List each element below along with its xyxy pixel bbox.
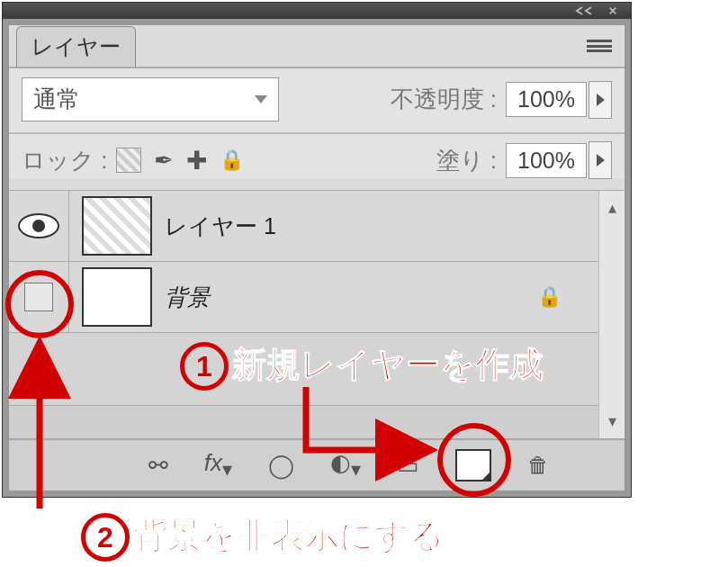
lock-label: ロック : — [22, 145, 107, 176]
link-layers-icon[interactable]: ⚯ — [148, 452, 168, 480]
opacity-value[interactable]: 100% — [506, 82, 587, 117]
scroll-down-icon[interactable]: ▾ — [608, 411, 616, 431]
blend-mode-select[interactable]: 通常 — [22, 77, 279, 122]
lock-indicator-icon: 🔒 — [537, 285, 562, 309]
panel-titlebar — [3, 3, 631, 19]
layer-mask-icon[interactable]: ◯ — [268, 452, 294, 480]
visibility-toggle[interactable] — [9, 191, 69, 261]
collapse-icon[interactable] — [575, 6, 597, 15]
layer-row[interactable]: 背景 🔒 — [9, 262, 625, 333]
scroll-up-icon[interactable]: ▴ — [608, 198, 616, 218]
annotation-1: 1新規レイヤーを作成 — [180, 342, 544, 391]
tab-layers[interactable]: レイヤー — [16, 26, 136, 67]
layers-panel: レイヤー 通常 不透明度 : 100% ロック : — [2, 2, 632, 498]
scrollbar[interactable]: ▴ ▾ — [598, 191, 625, 438]
tabs-row: レイヤー — [9, 25, 625, 67]
close-icon[interactable] — [602, 6, 624, 15]
annotation-circle — [437, 423, 511, 497]
layer-name[interactable]: 背景 — [165, 283, 210, 312]
layer-fx-icon[interactable]: fx▾ — [204, 449, 232, 482]
layer-list: レイヤー 1 背景 🔒 ▴ ▾ — [9, 190, 625, 438]
layer-row[interactable]: レイヤー 1 — [9, 191, 625, 262]
lock-position-icon[interactable] — [186, 146, 207, 176]
opacity-flyout-icon[interactable] — [589, 81, 612, 119]
eye-icon — [18, 213, 59, 238]
new-group-icon[interactable]: ▭ — [397, 452, 419, 480]
annotation-2: 2背景を非表示にする — [81, 513, 445, 562]
fill-flyout-icon[interactable] — [589, 141, 612, 179]
empty-area — [9, 406, 625, 438]
lock-all-icon[interactable] — [220, 148, 244, 172]
layer-name[interactable]: レイヤー 1 — [165, 212, 276, 241]
opacity-label: 不透明度 : — [391, 84, 497, 115]
lock-pixels-icon[interactable] — [154, 147, 174, 175]
layer-thumbnail[interactable] — [82, 196, 152, 256]
layer-thumbnail[interactable] — [82, 267, 152, 327]
adjustment-layer-icon[interactable]: ◐▾ — [330, 449, 361, 482]
fill-value[interactable]: 100% — [506, 143, 587, 178]
lock-transparent-icon[interactable] — [116, 148, 141, 173]
annotation-circle — [5, 270, 74, 338]
panel-menu-icon[interactable] — [587, 40, 612, 52]
delete-layer-icon[interactable] — [527, 453, 549, 478]
fill-label: 塗り : — [436, 145, 497, 176]
panel-footer: ⚯ fx▾ ◯ ◐▾ ▭ — [9, 438, 625, 490]
